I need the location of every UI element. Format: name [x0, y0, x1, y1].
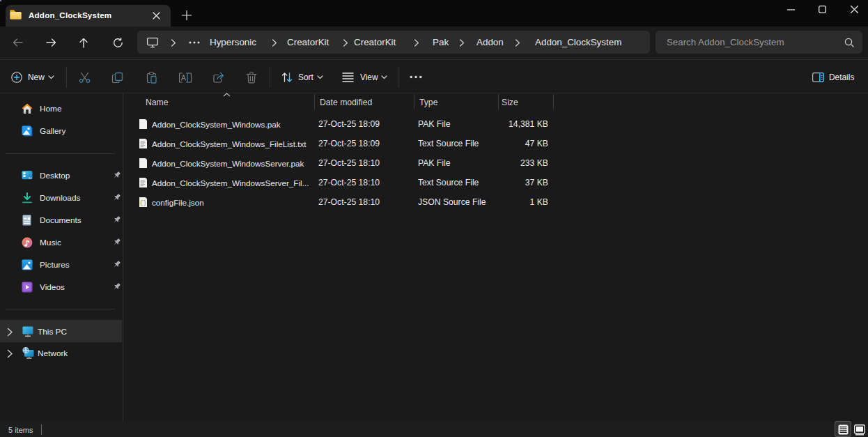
- svg-text:{}: {}: [139, 200, 146, 207]
